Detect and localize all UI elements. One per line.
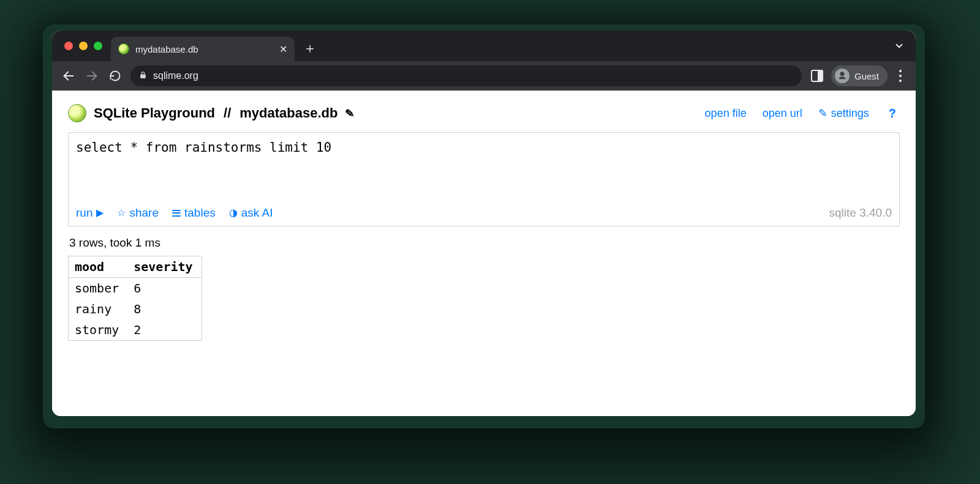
lock-icon [139, 71, 147, 81]
window-zoom-button[interactable] [94, 42, 102, 50]
page-content: SQLite Playground // mydatabase.db ✎ ope… [52, 91, 916, 416]
browser-toolbar: sqlime.org Guest [52, 61, 916, 91]
settings-link[interactable]: ✎ settings [818, 106, 869, 120]
col-severity: severity [127, 256, 202, 278]
query-editor[interactable] [69, 133, 899, 200]
rename-db-button[interactable]: ✎ [345, 106, 355, 120]
address-bar-text: sqlime.org [153, 70, 198, 81]
side-panel-icon [811, 70, 823, 82]
open-file-link[interactable]: open file [705, 107, 747, 120]
browser-tab[interactable]: mydatabase.db ✕ [111, 37, 295, 61]
arrow-left-icon [62, 69, 75, 83]
toolbar-right-cluster: Guest [809, 65, 907, 86]
tables-button[interactable]: tables [172, 206, 216, 220]
circle-half-icon: ◑ [229, 208, 238, 218]
table-row: rainy 8 [69, 299, 202, 319]
page-header: SQLite Playground // mydatabase.db ✎ ope… [68, 104, 900, 122]
tab-title: mydatabase.db [135, 44, 273, 54]
play-icon: ▶ [96, 208, 104, 218]
browser-window: mydatabase.db ✕ ＋ sqlime.or [52, 31, 916, 416]
app-title: SQLite Playground [94, 105, 215, 121]
ask-ai-button[interactable]: ◑ ask AI [229, 206, 273, 220]
nav-forward-button[interactable] [84, 68, 100, 84]
reload-icon [109, 70, 121, 82]
title-separator: // [222, 105, 232, 121]
nav-back-button[interactable] [61, 68, 77, 84]
app-logo-icon [68, 104, 86, 122]
tab-favicon-icon [118, 43, 129, 54]
settings-icon: ✎ [818, 106, 827, 120]
avatar-icon [835, 69, 850, 83]
side-panel-button[interactable] [809, 68, 825, 84]
profile-button[interactable]: Guest [831, 65, 888, 86]
result-status: 3 rows, took 1 ms [69, 236, 899, 250]
tab-close-button[interactable]: ✕ [279, 43, 287, 55]
help-link[interactable]: ? [885, 106, 900, 121]
editor-toolbar: run ▶ ☆ share tables ◑ [69, 203, 899, 226]
open-url-link[interactable]: open url [763, 107, 802, 120]
tabs-menu-button[interactable] [894, 31, 905, 61]
star-icon: ☆ [117, 208, 126, 218]
browser-menu-button[interactable] [894, 70, 907, 82]
share-button[interactable]: ☆ share [117, 206, 159, 220]
table-row: stormy 2 [69, 319, 202, 341]
table-row: somber 6 [69, 278, 202, 299]
arrow-right-icon [85, 69, 99, 83]
profile-label: Guest [854, 71, 879, 81]
nav-reload-button[interactable] [107, 68, 123, 84]
list-icon [172, 208, 181, 218]
chevron-down-icon [894, 40, 905, 51]
run-button[interactable]: run ▶ [76, 206, 104, 220]
sqlite-version: sqlite 3.40.0 [829, 206, 892, 220]
col-mood: mood [69, 256, 128, 278]
db-name: mydatabase.db [239, 105, 337, 121]
new-tab-button[interactable]: ＋ [301, 39, 319, 58]
window-controls [59, 31, 111, 61]
table-header-row: mood severity [69, 256, 202, 278]
tab-strip: mydatabase.db ✕ ＋ [52, 31, 916, 61]
window-close-button[interactable] [64, 42, 73, 50]
address-bar[interactable]: sqlime.org [130, 65, 802, 86]
query-editor-container: run ▶ ☆ share tables ◑ [68, 132, 900, 226]
result-table: mood severity somber 6 rainy 8 stormy [68, 256, 202, 341]
window-minimize-button[interactable] [79, 42, 88, 50]
